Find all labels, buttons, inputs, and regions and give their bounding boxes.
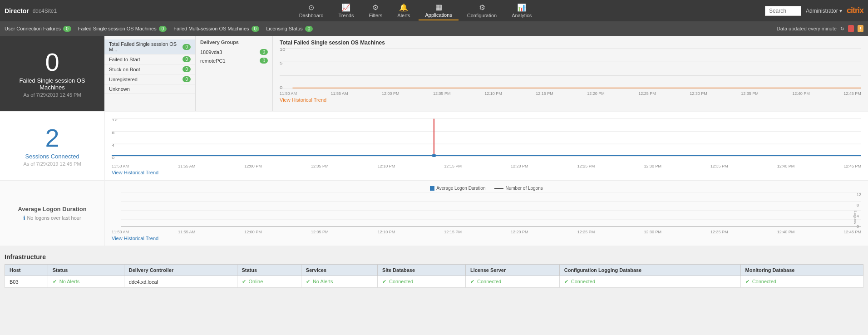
table-row-failed-start[interactable]: Failed to Start 0	[104, 54, 195, 64]
nav-items: ⊙ Dashboard 📈 Trends ⚙ Filters 🔔 Alerts …	[66, 1, 765, 20]
nav-alerts-label: Alerts	[397, 13, 410, 18]
alert-failed-single-badge: 0	[159, 26, 167, 32]
svg-text:0: 0	[280, 85, 283, 89]
logon-chart-labels: 11:50 AM 11:55 AM 12:00 PM 12:05 PM 12:1…	[112, 230, 861, 234]
sessions-view-historical-link[interactable]: View Historical Trend	[112, 170, 861, 175]
alert-failed-single[interactable]: Failed Single session OS Machines 0	[78, 26, 167, 32]
alert-failed-single-label: Failed Single session OS Machines	[78, 26, 157, 31]
alert-licensing[interactable]: Licensing Status 0	[266, 26, 313, 32]
logon-left-panel: Average Logon Duration ℹ No logons over …	[0, 181, 104, 246]
table-row: B03 ✔ No Alerts ddc4.xd.local ✔ Online ✔…	[5, 276, 863, 288]
nav-trends-label: Trends	[339, 13, 354, 18]
nav-applications[interactable]: ▦ Applications	[419, 1, 458, 20]
table-row-unregistered[interactable]: Unregistered 0	[104, 74, 195, 84]
refresh-icon[interactable]: ↻	[840, 26, 844, 32]
delivery-row-remotepc[interactable]: remotePC1 0	[200, 56, 268, 65]
logon-section: Average Logon Duration ℹ No logons over …	[0, 181, 868, 246]
alert-licensing-badge: 0	[305, 26, 313, 32]
failed-machines-subtitle: As of 7/29/2019 12:45 PM	[23, 92, 81, 98]
search-input[interactable]	[765, 6, 801, 16]
alert-bar: User Connection Failures 0 Failed Single…	[0, 21, 868, 36]
failed-machines-table: Total Failed Single session OS M... 0 Fa…	[104, 36, 195, 111]
infra-license-text: Connected	[477, 279, 501, 284]
col-license: License Server	[465, 265, 559, 276]
nav-dashboard[interactable]: ⊙ Dashboard	[293, 1, 330, 20]
admin-label[interactable]: Administrator ▾	[806, 8, 842, 14]
alert-user-connection-badge: 0	[63, 26, 71, 32]
failed-machines-count: 0	[45, 49, 59, 75]
filters-icon: ⚙	[372, 3, 379, 12]
infra-services-text: No Alerts	[313, 279, 333, 284]
table-row-unknown[interactable]: Unknown	[104, 84, 195, 94]
infra-license: ✔ Connected	[465, 276, 559, 288]
delivery-groups-panel: Delivery Groups 1809vda3 0 remotePC1 0	[195, 36, 272, 111]
infrastructure-table: Host Status Delivery Controller Status S…	[5, 264, 863, 288]
nav-analytics-label: Analytics	[512, 13, 532, 18]
failed-machines-view-historical-link[interactable]: View Historical Trend	[280, 97, 861, 103]
sessions-chart-panel: 12 8 4 0 11:50 AM 11:55 AM 12:00 PM 12:0…	[104, 112, 868, 180]
col-host: Host	[5, 265, 48, 276]
legend-avg-logon: Average Logon Duration	[430, 186, 485, 191]
alert-licensing-label: Licensing Status	[266, 26, 303, 31]
nav-alerts[interactable]: 🔔 Alerts	[391, 1, 416, 20]
info-icon[interactable]: ℹ	[23, 215, 25, 222]
infrastructure-section: Infrastructure Host Status Delivery Cont…	[0, 246, 868, 290]
svg-text:10: 10	[280, 48, 286, 51]
legend-num-line	[494, 188, 503, 189]
applications-icon: ▦	[435, 3, 442, 11]
failed-machines-chart-labels: 11:50 AM 11:55 AM 12:00 PM 12:05 PM 12:1…	[280, 91, 861, 96]
logon-view-historical-link[interactable]: View Historical Trend	[112, 236, 861, 241]
warn-orange-icon[interactable]: !	[858, 25, 863, 32]
nav-configuration[interactable]: ⚙ Configuration	[461, 1, 503, 20]
col-ctrl-status: Status	[237, 265, 301, 276]
citrix-logo: citrix	[847, 6, 863, 15]
brand: Director ddc4Site1	[5, 7, 57, 15]
alerts-icon: 🔔	[399, 3, 408, 12]
sessions-section: 2 Sessions Connected As of 7/29/2019 12:…	[0, 112, 868, 180]
delivery-row-remotepc-label: remotePC1	[200, 58, 226, 64]
nav-analytics[interactable]: 📊 Analytics	[505, 1, 538, 20]
row-unregistered-val: 0	[182, 76, 191, 82]
nav-filters-label: Filters	[369, 13, 382, 18]
logon-chart-panel: Average Logon Duration Number of Logons …	[104, 181, 868, 246]
table-row-total[interactable]: Total Failed Single session OS M... 0	[104, 39, 195, 54]
sessions-chart-labels: 11:50 AM 11:55 AM 12:00 PM 12:05 PM 12:1…	[112, 164, 861, 168]
site-name: ddc4Site1	[33, 8, 57, 14]
svg-text:5: 5	[280, 61, 283, 65]
nav-filters[interactable]: ⚙ Filters	[362, 1, 389, 20]
svg-text:12: 12	[112, 118, 118, 122]
nav-trends[interactable]: 📈 Trends	[332, 1, 360, 20]
warn-red-icon[interactable]: !	[848, 25, 854, 32]
infra-host-status-text: No Alerts	[59, 279, 80, 284]
infra-ctrl-status-text: Online	[249, 279, 263, 284]
configuration-icon: ⚙	[479, 3, 485, 12]
logon-title: Average Logon Duration	[18, 206, 86, 212]
sessions-left-panel: 2 Sessions Connected As of 7/29/2019 12:…	[0, 112, 104, 180]
sessions-subtitle: As of 7/29/2019 12:45 PM	[23, 161, 81, 167]
table-row-stuck-boot[interactable]: Stuck on Boot 0	[104, 64, 195, 74]
alert-failed-multi[interactable]: Failed Multi-session OS Machines 0	[173, 26, 259, 32]
infra-config-log-text: Connected	[571, 279, 595, 284]
nav-applications-label: Applications	[425, 12, 452, 18]
row-failed-start-label: Failed to Start	[109, 57, 140, 62]
row-unknown-label: Unknown	[109, 86, 130, 92]
infra-monitor-db: ✔ Connected	[740, 276, 863, 288]
col-controller: Delivery Controller	[124, 265, 237, 276]
delivery-row-1809-val: 0	[260, 49, 268, 55]
delivery-row-1809[interactable]: 1809vda3 0	[200, 48, 268, 56]
sessions-title: Sessions Connected	[25, 153, 79, 160]
logon-subtitle: ℹ No logons over last hour	[23, 215, 81, 222]
failed-machines-chart-title: Total Failed Single session OS Machines	[280, 39, 861, 46]
col-monitor-db: Monitoring Database	[740, 265, 863, 276]
row-unregistered-label: Unregistered	[109, 77, 138, 82]
infra-config-log: ✔ Connected	[559, 276, 740, 288]
failed-machines-left-panel: 0 Failed Single session OS Machines As o…	[0, 36, 104, 111]
failed-machines-chart-panel: Total Failed Single session OS Machines …	[272, 36, 868, 111]
alert-user-connection[interactable]: User Connection Failures 0	[5, 26, 71, 32]
row-stuck-boot-val: 0	[182, 66, 191, 72]
logon-subtitle-text: No logons over last hour	[27, 215, 81, 221]
row-total-label: Total Failed Single session OS M...	[109, 41, 182, 52]
failed-machines-title: Failed Single session OS Machines	[9, 77, 95, 91]
infra-controller: ddc4.xd.local	[124, 276, 237, 288]
nav-configuration-label: Configuration	[467, 13, 497, 18]
